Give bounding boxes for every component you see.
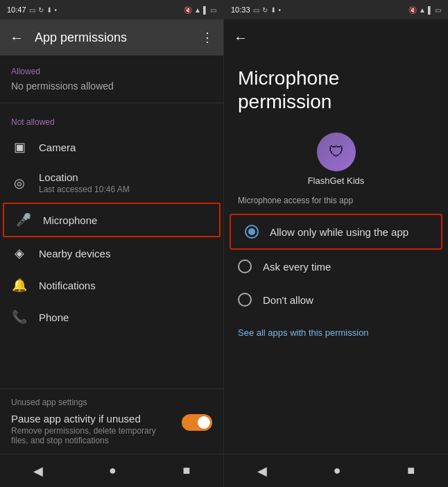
left-status-icon3: ⬇	[46, 6, 52, 14]
radio-label-while-using: Allow only while using the app	[270, 226, 408, 238]
right-battery-icon: ▭	[435, 6, 441, 14]
location-icon: ◎	[11, 176, 28, 191]
radio-circle-while-using	[245, 225, 259, 239]
left-wifi-icon: ▲	[194, 6, 201, 14]
pause-sub: Remove permissions, delete temporary fil…	[11, 426, 173, 445]
right-status-icon1: ▭	[253, 6, 259, 14]
allowed-label: Allowed	[0, 55, 223, 80]
left-back-button[interactable]: ←	[10, 30, 24, 46]
right-panel: 10:33 ▭ ↻ ⬇ • 🔇 ▲ ▌ ▭ ← Microphonepermis…	[224, 0, 448, 487]
right-mute-icon: 🔇	[408, 6, 417, 14]
right-back-button[interactable]: ←	[234, 30, 248, 46]
radio-label-ask-every: Ask every time	[263, 261, 331, 273]
left-status-icon2: ↻	[38, 6, 44, 14]
left-time: 10:47	[7, 6, 26, 14]
left-nav-home[interactable]: ●	[95, 458, 130, 484]
left-panel: 10:47 ▭ ↻ ⬇ • 🔇 ▲ ▌ ▭ ← App permissions …	[0, 0, 224, 487]
left-nav-square[interactable]: ■	[169, 458, 204, 484]
app-name: FlashGet Kids	[308, 176, 365, 186]
right-status-icon2: ↻	[262, 6, 268, 14]
not-allowed-label: Not allowed	[0, 106, 223, 131]
radio-option-ask-every[interactable]: Ask every time	[224, 250, 448, 283]
right-status-bar: 10:33 ▭ ↻ ⬇ • 🔇 ▲ ▌ ▭	[224, 0, 448, 19]
pause-toggle[interactable]	[182, 414, 212, 431]
pause-text-block: Pause app activity if unused Remove perm…	[11, 413, 173, 445]
unused-section: Unused app settings Pause app activity i…	[0, 388, 223, 454]
left-status-icon1: ▭	[29, 6, 35, 14]
microphone-icon: 🎤	[15, 212, 32, 228]
location-text: Location Last accessed 10:46 AM	[39, 171, 212, 194]
nearby-name: Nearby devices	[39, 248, 212, 259]
nearby-icon: ◈	[11, 246, 28, 261]
microphone-text: Microphone	[43, 214, 208, 226]
location-name: Location	[39, 171, 212, 183]
see-all-link[interactable]: See all apps with this permission	[224, 316, 448, 349]
microphone-name: Microphone	[43, 214, 208, 226]
toggle-knob	[198, 416, 210, 429]
permission-item-nearby[interactable]: ◈ Nearby devices	[0, 237, 223, 269]
radio-circle-dont-allow	[238, 293, 252, 307]
left-more-button[interactable]: ⋮	[201, 30, 214, 45]
unused-label: Unused app settings	[11, 398, 212, 407]
divider-1	[0, 103, 223, 103]
allowed-content: No permissions allowed	[0, 80, 223, 100]
phone-icon: 📞	[11, 309, 28, 325]
right-nav-bar: ◀ ● ■	[224, 454, 448, 487]
left-top-bar: ← App permissions ⋮	[0, 19, 223, 55]
right-status-icon4: •	[279, 6, 282, 14]
pause-row: Pause app activity if unused Remove perm…	[11, 413, 212, 445]
phone-text: Phone	[39, 311, 212, 323]
camera-name: Camera	[39, 142, 212, 153]
right-nav-back[interactable]: ◀	[243, 458, 281, 484]
permission-item-phone[interactable]: 📞 Phone	[0, 301, 223, 333]
radio-label-dont-allow: Don't allow	[263, 294, 313, 306]
app-icon-glyph: 🛡	[329, 143, 344, 161]
camera-text: Camera	[39, 142, 212, 153]
right-status-icon3: ⬇	[270, 6, 276, 14]
left-status-icon4: •	[55, 6, 58, 14]
left-page-title: App permissions	[35, 31, 190, 45]
radio-option-dont-allow[interactable]: Don't allow	[224, 283, 448, 316]
right-signal-icon: ▌	[428, 6, 433, 14]
radio-circle-ask-every	[238, 259, 252, 273]
right-top-bar: ←	[224, 19, 448, 55]
notifications-icon: 🔔	[11, 277, 28, 293]
access-label: Microphone access for this app	[224, 193, 448, 214]
left-nav-bar: ◀ ● ■	[0, 454, 223, 487]
right-page-title: Microphonepermission	[224, 55, 448, 119]
app-icon: 🛡	[317, 133, 356, 171]
permission-item-camera[interactable]: ▣ Camera	[0, 131, 223, 163]
left-mute-icon: 🔇	[184, 6, 192, 14]
permission-item-microphone[interactable]: 🎤 Microphone	[3, 203, 221, 237]
camera-icon: ▣	[11, 139, 28, 155]
left-signal-icon: ▌	[203, 6, 208, 14]
right-nav-home[interactable]: ●	[320, 458, 355, 484]
right-time: 10:33	[231, 6, 250, 14]
right-nav-square[interactable]: ■	[393, 458, 429, 484]
permission-item-notifications[interactable]: 🔔 Notifications	[0, 269, 223, 301]
phone-name: Phone	[39, 311, 212, 323]
notifications-text: Notifications	[39, 280, 212, 291]
right-wifi-icon: ▲	[419, 6, 426, 14]
left-battery-icon: ▭	[210, 6, 216, 14]
radio-option-while-using[interactable]: Allow only while using the app	[230, 214, 442, 250]
nearby-text: Nearby devices	[39, 248, 212, 259]
left-nav-back[interactable]: ◀	[19, 458, 57, 484]
left-status-bar: 10:47 ▭ ↻ ⬇ • 🔇 ▲ ▌ ▭	[0, 0, 223, 19]
permission-item-location[interactable]: ◎ Location Last accessed 10:46 AM	[0, 163, 223, 203]
location-sub: Last accessed 10:46 AM	[39, 185, 212, 194]
app-icon-area: 🛡 FlashGet Kids	[224, 119, 448, 193]
notifications-name: Notifications	[39, 280, 212, 291]
pause-title: Pause app activity if unused	[11, 413, 173, 425]
